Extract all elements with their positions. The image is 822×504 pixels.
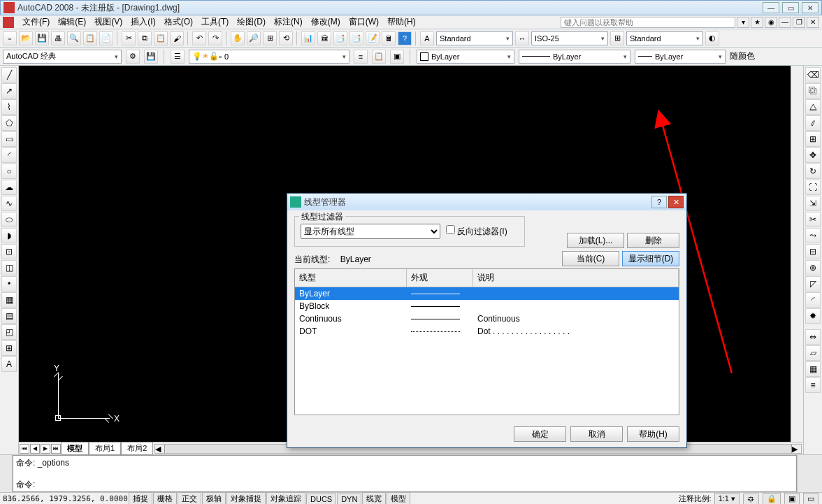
- tab-layout2[interactable]: 布局2: [121, 442, 153, 455]
- tab-layout1[interactable]: 布局1: [89, 442, 121, 455]
- cmd-scrollbar[interactable]: [797, 455, 809, 492]
- status-tray-icon[interactable]: ▣: [784, 493, 800, 504]
- revcloud-icon[interactable]: ☁: [1, 180, 17, 195]
- array-icon[interactable]: ⊞: [805, 131, 821, 147]
- cmd-resize-icon[interactable]: [809, 455, 822, 492]
- dialog-titlebar[interactable]: 线型管理器 ? ✕: [287, 194, 686, 210]
- menu-dimension[interactable]: 标注(N): [270, 15, 307, 29]
- help-star-icon[interactable]: ★: [751, 17, 763, 28]
- cline-icon[interactable]: ↗: [1, 83, 17, 99]
- region-icon[interactable]: ▦: [805, 361, 821, 377]
- mtext-icon[interactable]: A: [1, 357, 17, 372]
- col-appearance[interactable]: 外观: [407, 269, 473, 287]
- menu-format[interactable]: 格式(O): [160, 15, 197, 29]
- menu-help[interactable]: 帮助(H): [383, 15, 420, 29]
- list-row[interactable]: Continuous Continuous: [295, 312, 679, 325]
- tab-last-icon[interactable]: ⏭: [51, 444, 61, 454]
- save-icon[interactable]: 💾: [35, 31, 49, 45]
- circle-icon[interactable]: ○: [1, 164, 17, 179]
- help-search-input[interactable]: [561, 17, 735, 28]
- plot-icon[interactable]: 📄: [99, 31, 113, 45]
- tablestyle-icon[interactable]: ⊞: [610, 31, 624, 45]
- polygon-icon[interactable]: ⬠: [1, 115, 17, 131]
- paste-icon[interactable]: 📋: [154, 31, 168, 45]
- doc-restore-button[interactable]: ❐: [793, 17, 805, 28]
- publish-icon[interactable]: 📋: [83, 31, 97, 45]
- tablestyle-combo[interactable]: Standard▾: [626, 31, 703, 45]
- cut-icon[interactable]: ✂: [122, 31, 136, 45]
- menu-insert[interactable]: 插入(I): [127, 15, 159, 29]
- workspace-save-icon[interactable]: 💾: [144, 50, 158, 64]
- table-icon[interactable]: ⊞: [1, 340, 17, 356]
- dialog-close-button[interactable]: ✕: [668, 196, 684, 208]
- preview-icon[interactable]: 🔍: [67, 31, 81, 45]
- show-details-button[interactable]: 显示细节(D): [622, 251, 679, 266]
- arc-icon[interactable]: ◜: [1, 147, 17, 163]
- mode-polar[interactable]: 极轴: [202, 492, 226, 504]
- ok-button[interactable]: 确定: [514, 426, 566, 442]
- help-icon[interactable]: ?: [398, 31, 412, 45]
- menu-modify[interactable]: 修改(M): [307, 15, 345, 29]
- mode-snap[interactable]: 捕捉: [129, 492, 152, 504]
- color-combo[interactable]: ByLayer▾: [417, 50, 514, 64]
- match-icon[interactable]: 🖌: [170, 31, 184, 45]
- ellipse-icon[interactable]: ⬭: [1, 212, 17, 227]
- mode-dyn[interactable]: DYN: [337, 494, 361, 505]
- open-icon[interactable]: 📂: [19, 31, 33, 45]
- dialog-help-button[interactable]: ?: [651, 196, 667, 208]
- area-icon[interactable]: ▱: [805, 345, 821, 361]
- pan-icon[interactable]: ✋: [231, 31, 245, 45]
- menu-file[interactable]: 文件(F): [18, 15, 54, 29]
- region-icon[interactable]: ◰: [1, 324, 17, 340]
- list-row[interactable]: ByBlock: [295, 300, 679, 312]
- cmd-grip[interactable]: [0, 455, 13, 492]
- current-button[interactable]: 当前(C): [562, 251, 619, 266]
- erase-icon[interactable]: ⌫: [805, 67, 821, 82]
- help-search-dropdown[interactable]: ▾: [737, 17, 749, 28]
- block-icon[interactable]: ◫: [1, 260, 17, 275]
- anno-scale-combo[interactable]: 1:1 ▾: [714, 493, 740, 504]
- list-icon[interactable]: ≡: [805, 377, 821, 393]
- zoom-prev-icon[interactable]: ⟲: [279, 31, 293, 45]
- filter-combo[interactable]: 显示所有线型: [301, 224, 440, 239]
- ellipse-arc-icon[interactable]: ◗: [1, 228, 17, 243]
- mirror-icon[interactable]: ⧋: [805, 99, 821, 115]
- menu-draw[interactable]: 绘图(D): [233, 15, 270, 29]
- workspace-combo[interactable]: AutoCAD 经典▾: [3, 50, 122, 64]
- textstyle-icon[interactable]: A: [420, 31, 434, 45]
- fillet-icon[interactable]: ◜: [805, 292, 821, 308]
- dimstyle-icon[interactable]: ↔: [515, 31, 529, 45]
- pline-icon[interactable]: ⌇: [1, 99, 17, 115]
- line-icon[interactable]: ╱: [1, 67, 17, 82]
- list-row[interactable]: ByLayer: [295, 287, 679, 300]
- mode-otrack[interactable]: 对象追踪: [266, 492, 305, 504]
- sheet-icon[interactable]: 📑: [349, 31, 363, 45]
- load-button[interactable]: 加载(L)...: [567, 233, 624, 248]
- trim-icon[interactable]: ✂: [805, 212, 821, 227]
- mode-osnap[interactable]: 对象捕捉: [226, 492, 266, 504]
- toolpal-icon[interactable]: 📑: [333, 31, 347, 45]
- linetype-combo[interactable]: ByLayer▾: [519, 50, 630, 64]
- copy-icon[interactable]: ⧉: [138, 31, 152, 45]
- spline-icon[interactable]: ∿: [1, 196, 17, 211]
- mode-model[interactable]: 模型: [387, 492, 410, 504]
- menu-window[interactable]: 窗口(W): [345, 15, 383, 29]
- lineweight-combo[interactable]: ByLayer▾: [635, 50, 726, 64]
- explode-icon[interactable]: ✸: [805, 308, 821, 324]
- calc-icon[interactable]: 🖩: [382, 31, 396, 45]
- dcenter-icon[interactable]: 🏛: [317, 31, 331, 45]
- maximize-button[interactable]: ▭: [782, 2, 799, 13]
- rect-icon[interactable]: ▭: [1, 131, 17, 147]
- layer-prev-icon[interactable]: ≡: [354, 50, 368, 64]
- tab-next-icon[interactable]: ▶: [41, 444, 50, 454]
- print-icon[interactable]: 🖶: [51, 31, 65, 45]
- hatch-icon[interactable]: ▦: [1, 292, 17, 308]
- anno-vis-icon[interactable]: ⯐: [743, 494, 759, 505]
- help-satellite-icon[interactable]: ◉: [765, 17, 777, 28]
- invert-filter-checkbox[interactable]: 反向过滤器(I): [446, 225, 507, 238]
- copy-obj-icon[interactable]: ⿻: [805, 83, 821, 99]
- layer-combo[interactable]: 💡☀🔓▫0▾: [189, 50, 349, 64]
- move-icon[interactable]: ✥: [805, 147, 821, 163]
- coords-display[interactable]: 836.2566, 1979.3256, 0.0000: [3, 494, 129, 503]
- mode-lwt[interactable]: 线宽: [362, 492, 386, 504]
